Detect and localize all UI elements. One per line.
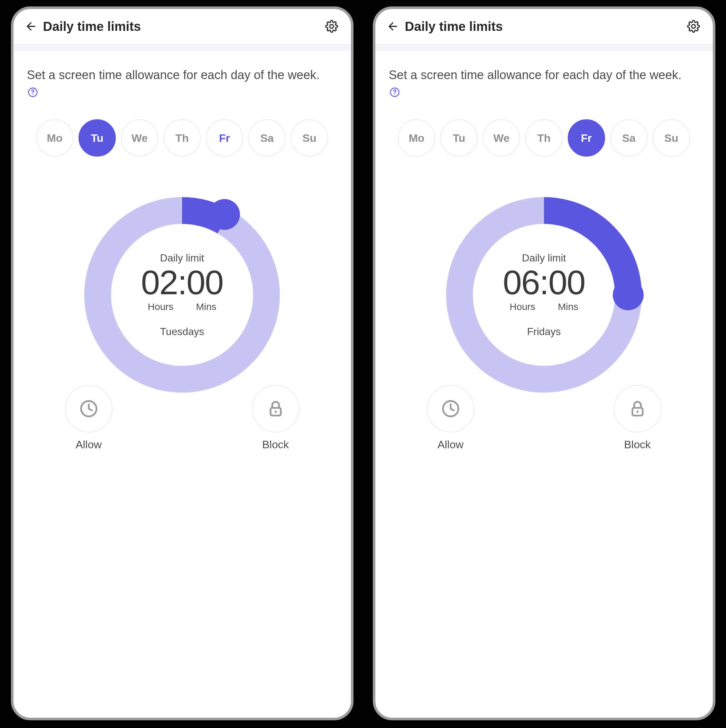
mins-unit-label: Mins xyxy=(558,301,578,312)
dial-container: Daily limit 06:00 Hours Mins Fridays xyxy=(375,160,713,398)
intro-section: Set a screen time allowance for each day… xyxy=(375,51,713,101)
day-pill-tu[interactable]: Tu xyxy=(78,119,116,157)
day-label: Sa xyxy=(260,132,274,144)
day-pill-sa[interactable]: Sa xyxy=(610,119,648,157)
day-pill-tu[interactable]: Tu xyxy=(440,119,478,157)
page-title: Daily time limits xyxy=(405,19,685,34)
allow-label: Allow xyxy=(76,438,102,451)
back-button[interactable] xyxy=(23,18,39,35)
dial-readout: Daily limit 06:00 Hours Mins Fridays xyxy=(441,192,647,398)
header-divider xyxy=(14,44,351,51)
app-header: Daily time limits xyxy=(14,9,351,44)
day-label: Su xyxy=(664,132,678,144)
clock-icon xyxy=(78,398,99,419)
phone-screen-left: Daily time limits Set a screen time allo… xyxy=(11,6,354,720)
day-label: We xyxy=(493,132,510,144)
day-selector: Mo Tu We Th Fr Sa Su xyxy=(375,101,713,160)
day-pill-th[interactable]: Th xyxy=(163,119,201,157)
day-pill-th[interactable]: Th xyxy=(525,119,563,157)
day-label: Sa xyxy=(622,132,636,144)
page-title: Daily time limits xyxy=(43,19,323,34)
day-label: Tu xyxy=(453,132,465,144)
selected-day-name: Fridays xyxy=(527,326,561,338)
day-label: Mo xyxy=(409,132,424,144)
help-circle-icon xyxy=(389,87,400,98)
hours-unit-label: Hours xyxy=(148,301,173,312)
day-pill-we[interactable]: We xyxy=(121,119,158,157)
hours-unit-label: Hours xyxy=(510,301,535,312)
help-button[interactable] xyxy=(389,87,400,98)
settings-button[interactable] xyxy=(685,18,702,35)
block-label: Block xyxy=(624,438,651,451)
lock-icon xyxy=(265,398,286,419)
lock-icon xyxy=(627,398,648,419)
day-label: Th xyxy=(175,132,189,144)
clock-icon xyxy=(440,398,461,419)
time-units: Hours Mins xyxy=(148,301,216,312)
arrow-left-icon xyxy=(25,20,37,33)
header-divider xyxy=(375,44,713,51)
intro-section: Set a screen time allowance for each day… xyxy=(14,51,351,101)
phone-screen-right: Daily time limits Set a screen time allo… xyxy=(373,6,715,720)
time-value: 06:00 xyxy=(503,265,585,299)
gear-icon xyxy=(687,20,700,33)
day-pill-fr[interactable]: Fr xyxy=(206,119,243,157)
day-label: Mo xyxy=(47,132,63,144)
day-pill-sa[interactable]: Sa xyxy=(248,119,286,157)
svg-rect-11 xyxy=(637,411,638,413)
settings-button[interactable] xyxy=(323,18,340,35)
help-circle-icon xyxy=(28,87,38,98)
day-pill-mo[interactable]: Mo xyxy=(398,119,435,157)
arrow-left-icon xyxy=(386,20,399,33)
day-pill-fr[interactable]: Fr xyxy=(568,119,605,157)
day-label: Fr xyxy=(219,132,230,144)
day-label: We xyxy=(132,132,148,144)
block-label: Block xyxy=(262,438,289,451)
intro-text: Set a screen time allowance for each day… xyxy=(27,67,337,83)
day-label: Fr xyxy=(581,132,592,144)
allow-label: Allow xyxy=(438,438,464,451)
back-button[interactable] xyxy=(384,18,401,35)
day-label: Su xyxy=(302,132,316,144)
daily-limit-label: Daily limit xyxy=(160,252,204,264)
dial-readout: Daily limit 02:00 Hours Mins Tuesdays xyxy=(79,192,285,398)
daily-limit-label: Daily limit xyxy=(522,252,566,264)
time-units: Hours Mins xyxy=(510,301,578,312)
intro-text: Set a screen time allowance for each day… xyxy=(389,67,699,83)
selected-day-name: Tuesdays xyxy=(160,326,204,338)
help-button[interactable] xyxy=(27,87,38,98)
day-pill-we[interactable]: We xyxy=(483,119,520,157)
day-label: Th xyxy=(537,132,551,144)
day-pill-mo[interactable]: Mo xyxy=(36,119,74,157)
gear-icon xyxy=(325,20,338,33)
day-pill-su[interactable]: Su xyxy=(652,119,690,157)
app-header: Daily time limits xyxy=(375,9,713,44)
day-pill-su[interactable]: Su xyxy=(291,119,328,157)
time-dial[interactable]: Daily limit 06:00 Hours Mins Fridays xyxy=(441,192,647,398)
day-label: Tu xyxy=(91,132,103,144)
svg-point-7 xyxy=(394,94,395,95)
dial-container: Daily limit 02:00 Hours Mins Tuesdays xyxy=(14,160,351,398)
svg-rect-5 xyxy=(275,411,276,413)
svg-point-1 xyxy=(32,94,33,95)
day-selector: Mo Tu We Th Fr Sa Su xyxy=(14,101,351,160)
time-dial[interactable]: Daily limit 02:00 Hours Mins Tuesdays xyxy=(79,192,285,398)
time-value: 02:00 xyxy=(141,265,223,299)
mins-unit-label: Mins xyxy=(196,301,216,312)
